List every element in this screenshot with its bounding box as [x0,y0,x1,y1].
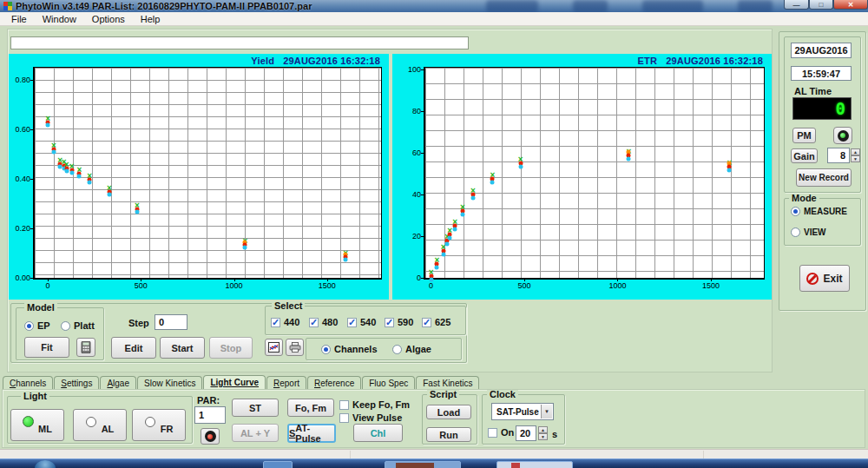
date-display: 29AUG2016 [791,43,852,58]
checkbox-480[interactable] [309,318,319,327]
clock-on-checkbox-row[interactable]: On [488,427,514,438]
yield-chart-title: Yield29AUG2016 16:32:18 [251,56,380,66]
channel-540-checkbox[interactable]: 540 [347,317,376,327]
print-button[interactable] [286,339,304,356]
pm-led-button[interactable] [833,127,852,144]
status-bar [0,449,868,458]
minimize-button[interactable]: — [784,0,809,10]
tab-bar: Channels Settings Algae Slow Kinetics Li… [3,375,480,389]
new-record-button[interactable]: New Record [796,168,852,187]
exit-button[interactable]: Exit [799,265,850,292]
cyan-dot-marker [435,266,439,270]
channels-radio-row[interactable]: Channels [321,344,378,354]
view-radio[interactable] [791,227,800,237]
tab-report[interactable]: Report [266,376,306,389]
edit-button[interactable]: Edit [111,337,156,359]
y-axis-tickmark [421,111,424,112]
spin-down-icon[interactable]: ▼ [851,155,860,162]
taskbar-item[interactable] [496,461,573,468]
al-y-button[interactable]: AL + Y [232,424,279,442]
fit-button[interactable]: Fit [24,337,69,358]
close-button[interactable]: ✕ [833,0,868,10]
algae-radio[interactable] [392,345,402,354]
channels-radio[interactable] [321,345,331,354]
menu-file[interactable]: File [3,14,35,24]
cyan-dot-marker [445,241,450,246]
tab-algae[interactable]: Algae [100,376,136,389]
ml-button[interactable]: ML [10,409,64,441]
keep-fo-fm-checkbox[interactable] [339,400,349,410]
keep-fo-fm-checkbox-row[interactable]: Keep Fo, Fm [339,399,410,410]
measure-radio-row[interactable]: MEASURE [791,207,847,216]
stop-button[interactable]: Stop [209,337,253,359]
cyan-dot-marker [135,209,139,214]
spin-up-icon[interactable]: ▲ [538,426,548,433]
taskbar-item[interactable] [263,461,293,468]
start-orb-icon[interactable] [35,460,56,468]
step-input[interactable]: 0 [155,314,187,330]
view-radio-row[interactable]: VIEW [791,227,826,237]
channel-440-checkbox[interactable]: 440 [271,317,299,327]
al-button[interactable]: AL [73,409,127,441]
tab-slow-kinetics[interactable]: Slow Kinetics [137,376,202,389]
sat-pulse-button[interactable]: SAT-Pulse [287,424,336,443]
fo-fm-button[interactable]: Fo, Fm [287,399,334,417]
graph-export-button[interactable] [265,339,283,356]
measuring-led-button[interactable] [201,428,220,445]
menu-options[interactable]: Options [84,14,133,24]
clock-on-checkbox[interactable] [488,428,497,438]
channel-480-checkbox[interactable]: 480 [309,317,338,327]
ep-radio[interactable] [24,321,34,331]
model-radio-platt[interactable]: Platt [61,320,95,331]
calculator-button[interactable] [76,338,95,357]
platt-radio[interactable] [61,321,70,331]
channel-625-checkbox[interactable]: 625 [422,317,450,327]
title-bar[interactable]: PhytoWin v3.t49 PAR-List: 20160829PHYTO-… [0,0,868,12]
y-axis-tick-label: 0.80 [8,76,30,84]
windows-taskbar[interactable] [0,458,868,468]
menu-window[interactable]: Window [35,14,84,24]
script-load-button[interactable]: Load [426,405,471,419]
script-run-button[interactable]: Run [426,427,471,442]
view-pulse-checkbox-row[interactable]: View Pulse [339,412,402,423]
chl-button[interactable]: Chl [353,424,403,442]
view-pulse-checkbox[interactable] [339,413,349,423]
gain-button[interactable]: Gain [791,148,818,163]
par-input[interactable]: 1 [194,406,226,424]
step-label: Step [128,318,149,328]
tab-channels[interactable]: Channels [3,376,53,389]
checkbox-625[interactable] [422,318,431,327]
algae-radio-row[interactable]: Algae [392,344,431,354]
model-radio-ep[interactable]: EP [24,320,50,331]
spin-up-icon[interactable]: ▲ [851,148,860,155]
clock-interval-input[interactable]: 20 [516,425,536,441]
checkbox-590[interactable] [385,318,394,327]
menu-help[interactable]: Help [133,14,168,24]
y-axis-tick-label: 40 [398,191,421,199]
clock-interval-spinner[interactable]: ▲▼ [538,426,548,440]
taskbar-item[interactable] [385,461,461,468]
channel-590-checkbox[interactable]: 590 [385,317,413,327]
gain-value-field[interactable]: 8 [827,148,850,163]
fr-button[interactable]: FR [132,409,186,441]
pm-button[interactable]: PM [792,128,816,143]
calculator-icon [81,341,91,353]
tab-settings[interactable]: Settings [54,376,99,389]
clock-mode-select[interactable]: SAT-Pulse ▼ [491,403,554,420]
tab-fluo-spec[interactable]: Fluo Spec [362,376,415,389]
tab-fast-kinetics[interactable]: Fast Kinetics [416,376,479,389]
chevron-down-icon: ▼ [541,405,552,419]
red-led-icon [205,431,216,442]
measure-radio[interactable] [791,207,800,216]
tab-reference[interactable]: Reference [307,376,361,389]
st-button[interactable]: ST [232,399,279,417]
spin-down-icon[interactable]: ▼ [538,433,548,440]
tab-light-curve[interactable]: Light Curve [203,375,266,389]
maximize-button[interactable]: □ [809,0,833,10]
gain-spinner[interactable]: ▲▼ [851,148,860,162]
y-axis-tick-label: 0.20 [8,225,30,233]
checkbox-440[interactable] [271,318,280,327]
start-button[interactable]: Start [160,337,205,359]
cyan-dot-marker [453,227,457,232]
checkbox-540[interactable] [347,318,357,327]
